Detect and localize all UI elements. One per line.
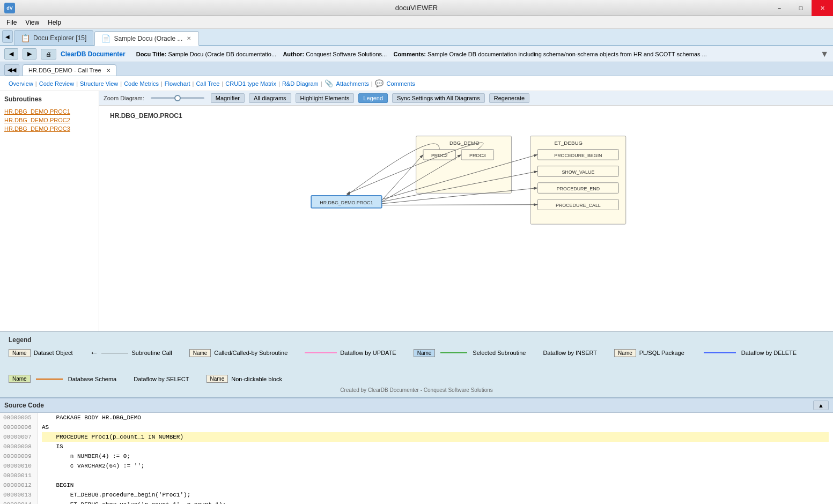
diagram-canvas[interactable]: HR.DBG_DEMO.PROC1 DBG_DEMO PROC2 PROC3 E… (99, 106, 833, 331)
legend-desc-update: Dataflow by UPDATE (340, 350, 396, 356)
nav-crud1[interactable]: CRUD1 type Matrix (225, 80, 276, 87)
inner-tab-call-tree[interactable]: HR.DBG_DEMO - Call Tree ✕ (23, 64, 116, 76)
legend-box-selected: Name (414, 349, 436, 357)
sidebar: Subroutines HR.DBG_DEMO.PROC1 HR.DBG_DEM… (0, 91, 99, 331)
legend-desc-delete: Dataflow by DELETE (741, 350, 797, 356)
window-controls: − □ ✕ (769, 0, 833, 16)
regenerate-button[interactable]: Regenerate (489, 93, 530, 103)
svg-text:HR.DBG_DEMO.PROC1: HR.DBG_DEMO.PROC1 (320, 200, 373, 205)
legend-dataset-object: Name Dataset Object (9, 349, 72, 357)
legend-desc-plsql: PL/SQL Package (639, 350, 684, 356)
sidebar-item-proc3[interactable]: HR.DBG_DEMO.PROC3 (4, 124, 94, 133)
nav-code-metrics[interactable]: Code Metrics (124, 80, 159, 87)
main-content: Subroutines HR.DBG_DEMO.PROC1 HR.DBG_DEM… (0, 91, 833, 331)
legend-dataflow-insert: Dataflow by INSERT (543, 350, 597, 356)
code-content: PACKAGE BODY HR.DBG_DEMOAS PROCEDURE Pro… (38, 413, 833, 504)
menu-help[interactable]: Help (43, 18, 65, 27)
sidebar-item-proc2[interactable]: HR.DBG_DEMO.PROC2 (4, 116, 94, 124)
svg-text:PROC3: PROC3 (469, 153, 486, 158)
code-line: PACKAGE BODY HR.DBG_DEMO (42, 413, 829, 423)
tab-sample-docu[interactable]: 📄 Sample Docu (Oracle ... ✕ (94, 31, 199, 46)
line-number: 00000007 (3, 432, 34, 442)
menu-view[interactable]: View (21, 18, 43, 27)
line-number: 00000011 (3, 471, 34, 480)
svg-text:PROC2: PROC2 (431, 153, 448, 158)
legend-title: Legend (9, 336, 824, 344)
legend-desc-insert: Dataflow by INSERT (543, 350, 597, 356)
legend-box-called: Name (189, 349, 211, 357)
svg-text:PROCEDURE_END: PROCEDURE_END (557, 186, 600, 191)
code-line: c VARCHAR2(64) := ''; (42, 461, 829, 471)
inner-tabbar: ◀◀ HR.DBG_DEMO - Call Tree ✕ (0, 62, 833, 76)
line-number: 00000008 (3, 442, 34, 451)
tab-close-button[interactable]: ✕ (186, 35, 192, 41)
legend-desc-select: Dataflow by SELECT (134, 376, 189, 382)
inner-tab-close[interactable]: ✕ (106, 68, 110, 73)
source-expand-button[interactable]: ▲ (813, 401, 829, 410)
tab-docu-explorer[interactable]: 📋 Docu Explorer [15] (14, 30, 93, 45)
legend-selected-subroutine: Name Selected Subroutine (414, 349, 526, 357)
tab-nav-back[interactable]: ◀ (2, 30, 13, 43)
svg-text:PROCEDURE_CALL: PROCEDURE_CALL (556, 203, 601, 208)
sidebar-item-proc1[interactable]: HR.DBG_DEMO.PROC1 (4, 107, 94, 116)
menubar: File View Help (0, 16, 833, 29)
nav-code-review[interactable]: Code Review (39, 80, 74, 87)
titlebar: dV docuVIEWER − □ ✕ (0, 0, 833, 16)
sync-settings-button[interactable]: Sync Settings with All Diagrams (392, 93, 485, 103)
highlight-elements-button[interactable]: Highlight Elements (296, 93, 355, 103)
back-button[interactable]: ◀ (4, 48, 18, 60)
print-button[interactable]: 🖨 (41, 49, 56, 60)
line-number: 00000013 (3, 490, 34, 500)
code-line: BEGIN (42, 480, 829, 490)
line-number: 00000005 (3, 413, 34, 423)
legend-box-plsql: Name (614, 349, 636, 357)
nav-attachments[interactable]: Attachments (336, 80, 369, 87)
legend-desc-dataset: Dataset Object (34, 350, 73, 356)
legend-box-schema: Name (9, 375, 31, 383)
code-line: AS (42, 423, 829, 432)
svg-text:DBG_DEMO: DBG_DEMO (449, 140, 480, 146)
diagram-selected-title: HR.DBG_DEMO.PROC1 (110, 112, 182, 120)
nav-rd-diagram[interactable]: R&D Diagram (282, 80, 319, 87)
legend-box-dataset: Name (9, 349, 31, 357)
author-value: Conquest Software Solutions... (306, 51, 387, 57)
tab-docu-explorer-label: Docu Explorer [15] (33, 34, 86, 42)
nav-call-tree[interactable]: Call Tree (196, 80, 219, 87)
nav-comments[interactable]: Comments (387, 80, 415, 87)
menu-file[interactable]: File (2, 18, 21, 27)
svg-text:SHOW_VALUE: SHOW_VALUE (562, 169, 594, 175)
tab-sample-docu-label: Sample Docu (Oracle ... (114, 35, 182, 42)
code-line: IS (42, 442, 829, 451)
minimize-button[interactable]: − (769, 0, 790, 16)
inner-expand-button[interactable]: ◀◀ (4, 64, 19, 76)
magnifier-button[interactable]: Magnifier (211, 93, 245, 103)
legend-dataflow-delete: Dataflow by DELETE (702, 350, 797, 356)
doc-title-value: Sample Docu (Oracle DB documentatio... (168, 51, 276, 57)
window-title: docuVIEWER (395, 4, 438, 12)
legend-desc-nonclick: Non-clickable block (231, 376, 282, 382)
legend-desc-subroutine: Subroutine Call (131, 350, 172, 356)
maximize-button[interactable]: □ (790, 0, 812, 16)
source-code-view[interactable]: 0000000500000006000000070000000800000009… (0, 413, 833, 504)
legend-desc-schema: Database Schema (68, 376, 117, 382)
nav-structure-view[interactable]: Structure View (80, 80, 118, 87)
sidebar-title: Subroutines (4, 95, 94, 103)
diagram-area: Zoom Diagram: Magnifier All diagrams Hig… (99, 91, 833, 331)
close-button[interactable]: ✕ (812, 0, 833, 16)
all-diagrams-button[interactable]: All diagrams (249, 93, 291, 103)
nav-overview[interactable]: Overview (9, 80, 33, 87)
doc-title-label: Docu Title: (136, 51, 167, 57)
legend-desc-selected: Selected Subroutine (473, 350, 526, 356)
legend-non-clickable: Name Non-clickable block (207, 375, 282, 383)
toolbar-expand-icon[interactable]: ▼ (820, 49, 829, 59)
zoom-slider[interactable] (151, 97, 204, 99)
diagram-toolbar: Zoom Diagram: Magnifier All diagrams Hig… (99, 91, 833, 106)
nav-flowchart[interactable]: Flowchart (165, 80, 190, 87)
legend-called-subroutine: Name Called/Called-by Subroutine (189, 349, 288, 357)
zoom-thumb[interactable] (174, 95, 181, 101)
code-line: n NUMBER(4) := 0; (42, 451, 829, 461)
forward-button[interactable]: ▶ (23, 48, 36, 60)
legend-box-nonclick: Name (207, 375, 228, 383)
code-line: ET_DEBUG.show_value('p_count_1', p_count… (42, 500, 829, 504)
legend-button[interactable]: Legend (358, 93, 388, 103)
